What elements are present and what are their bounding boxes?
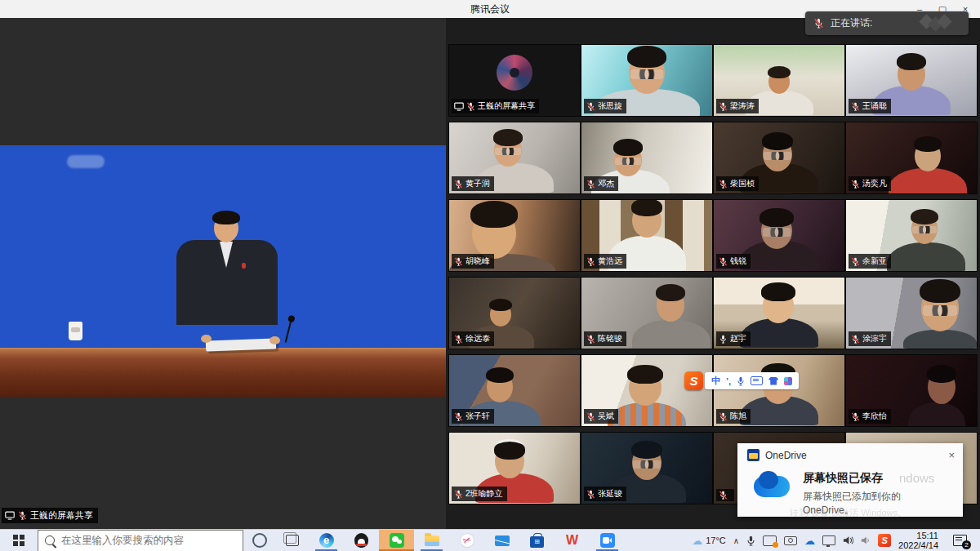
participant-tile[interactable]: 梁涛涛 — [714, 45, 844, 116]
participant-face — [632, 446, 662, 480]
participant-tile[interactable]: 陈旭 — [714, 355, 844, 426]
participant-name: 2班喻静立 — [466, 488, 503, 500]
participant-name: 黄子润 — [466, 178, 490, 189]
taskbar-app-edge[interactable]: e — [309, 530, 344, 551]
participant-face — [629, 51, 665, 94]
task-view-button[interactable] — [276, 530, 309, 551]
participant-name: 柴国桢 — [730, 178, 755, 189]
sogou-input-toolbar[interactable]: S 中 ’, — [684, 371, 799, 390]
notification-close-button[interactable]: × — [948, 449, 955, 461]
participant-tile[interactable]: 张思旋 — [581, 45, 712, 116]
participant-name-label: 胡晓峰 — [452, 254, 494, 269]
speaking-indicator[interactable]: 正在讲话: — [805, 11, 969, 35]
action-center-button[interactable]: 2 — [946, 530, 973, 551]
participant-tile[interactable]: 张子轩 — [449, 355, 580, 426]
participant-name-label: 王巍的屏幕共享 — [452, 99, 539, 113]
projection-icon[interactable] — [763, 535, 777, 546]
taskbar-app-wps[interactable]: W — [555, 530, 590, 551]
muted-mic-icon — [851, 180, 860, 189]
participant-tile[interactable]: 柴国桢 — [714, 122, 844, 193]
participant-name: 余新亚 — [862, 256, 887, 267]
speaker-head — [214, 214, 238, 242]
tray-microphone-icon[interactable] — [746, 535, 755, 546]
participant-tile[interactable]: 汤奕凡 — [846, 122, 977, 193]
participant-tile[interactable]: 涂淙宇 — [846, 278, 977, 349]
participant-tile[interactable]: 胡晓峰 — [449, 200, 580, 271]
participant-tile[interactable]: 邓杰 — [581, 122, 712, 193]
activate-windows-watermark: 转到“设置”以激活 Windows。 — [790, 507, 906, 519]
taskbar-clock[interactable]: 15:11 2022/4/14 — [898, 531, 938, 551]
participant-tile[interactable]: 王巍的屏幕共享 — [449, 45, 580, 116]
toolbox-icon[interactable] — [784, 377, 792, 385]
participant-name: 邓杰 — [598, 178, 614, 189]
participant-tile[interactable]: 黄浩远 — [581, 200, 712, 271]
taskbar-app-wechat[interactable] — [379, 530, 414, 551]
participant-name-label — [716, 489, 734, 501]
display-icon[interactable] — [822, 535, 835, 545]
taskbar-app-screenshot-tool[interactable]: ✂ — [449, 530, 484, 551]
taskbar-app-file-explorer[interactable] — [414, 530, 449, 551]
start-button[interactable] — [0, 530, 38, 551]
mail-icon — [495, 535, 510, 546]
participant-name-label: 黄子润 — [452, 176, 494, 191]
participant-tile[interactable]: 赵宇 — [714, 278, 844, 349]
participant-grid: 王巍的屏幕共享张思旋梁涛涛王诵聪黄子润邓杰柴国桢汤奕凡胡晓峰黄浩远钱锐余新亚徐远… — [449, 45, 977, 504]
participant-tile[interactable]: 钱锐 — [714, 200, 844, 271]
keyboard-icon[interactable] — [751, 376, 763, 385]
participant-tile[interactable]: 徐远泰 — [449, 278, 580, 349]
participant-tile[interactable]: 余新亚 — [846, 200, 977, 271]
scissors-icon: ✂ — [457, 531, 476, 549]
participant-name-label: 梁涛涛 — [716, 99, 759, 113]
speaker-hand — [270, 336, 280, 344]
participant-face — [614, 144, 642, 176]
taskbar-app-mail[interactable] — [484, 530, 519, 551]
tencent-meeting-window: 腾讯会议 – ▢ × 王巍的屏幕共享 王巍的屏幕共享张思旋梁涛涛王 — [0, 0, 980, 551]
taskbar-app-tencent-meeting[interactable] — [590, 530, 625, 551]
qq-icon — [354, 533, 368, 548]
time: 15:11 — [898, 531, 938, 541]
weather-widget[interactable]: ☁ 17°C — [692, 535, 726, 547]
sogou-logo-icon[interactable]: S — [684, 371, 703, 390]
muted-mic-icon — [586, 412, 595, 421]
system-tray: ☁ 17°C ∧ ☁ S 15:11 2022/4/14 — [692, 530, 980, 551]
notification-badge: 2 — [962, 540, 971, 549]
taskbar-search-box[interactable] — [38, 530, 243, 551]
voice-input-icon[interactable] — [737, 376, 745, 386]
speaker-icon[interactable] — [843, 535, 853, 545]
camera-icon[interactable] — [784, 536, 797, 545]
participant-name-label: 王诵聪 — [849, 99, 891, 113]
participant-tile[interactable]: 黄子润 — [449, 122, 580, 193]
muted-mic-icon — [851, 257, 860, 266]
onedrive-notification-header: OneDrive × — [737, 443, 963, 461]
participant-face — [632, 203, 662, 238]
onedrive-app-icon — [747, 449, 760, 461]
participant-tile[interactable]: 张延骏 — [581, 433, 712, 504]
participant-tile[interactable]: 陈铭骏 — [581, 278, 712, 349]
chinese-mode-toggle[interactable]: 中 — [711, 375, 720, 387]
search-input[interactable] — [60, 534, 226, 547]
search-icon — [45, 535, 55, 545]
participant-tile[interactable]: 2班喻静立 — [449, 433, 580, 504]
participant-tile[interactable]: 李欣怡 — [846, 355, 977, 426]
shared-screen-video[interactable] — [0, 145, 446, 397]
skin-icon[interactable] — [768, 377, 778, 385]
participant-name-label: 赵宇 — [716, 331, 751, 346]
hidden-icons-chevron[interactable]: ∧ — [733, 536, 739, 545]
participant-face — [911, 213, 938, 244]
participant-tile[interactable]: 王诵聪 — [846, 45, 977, 116]
participant-name: 徐远泰 — [466, 333, 490, 344]
participant-name: 王巍的屏幕共享 — [478, 100, 535, 112]
onedrive-tray-icon[interactable]: ☁ — [804, 535, 815, 547]
punctuation-toggle[interactable]: ’, — [726, 376, 731, 386]
volume-mixer-icon[interactable] — [861, 535, 871, 545]
participant-name-label: 余新亚 — [849, 254, 891, 269]
participant-face — [487, 371, 513, 402]
status-dot — [773, 542, 778, 548]
taskbar-app-microsoft-store[interactable]: ⊞ — [519, 530, 555, 551]
desk — [0, 348, 446, 397]
sogou-tray-icon[interactable]: S — [878, 534, 891, 547]
onedrive-notification[interactable]: OneDrive × 屏幕快照已保存 屏幕快照已添加到你的 OneDrive。 … — [737, 443, 963, 517]
taskbar-app-qq[interactable] — [344, 530, 379, 551]
cortana-button[interactable] — [243, 530, 276, 551]
participant-tile[interactable]: 吴斌 — [581, 355, 712, 426]
